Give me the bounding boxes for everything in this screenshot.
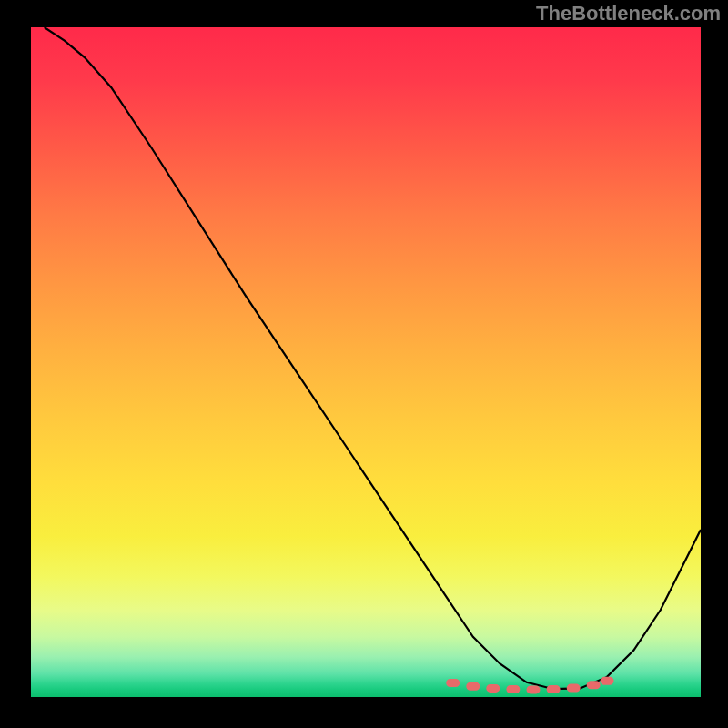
chart-svg [31, 27, 701, 697]
plot-area [31, 27, 701, 697]
main-curve [45, 27, 701, 689]
watermark-text: TheBottleneck.com [536, 2, 721, 25]
chart-container: TheBottleneck.com [0, 0, 728, 728]
